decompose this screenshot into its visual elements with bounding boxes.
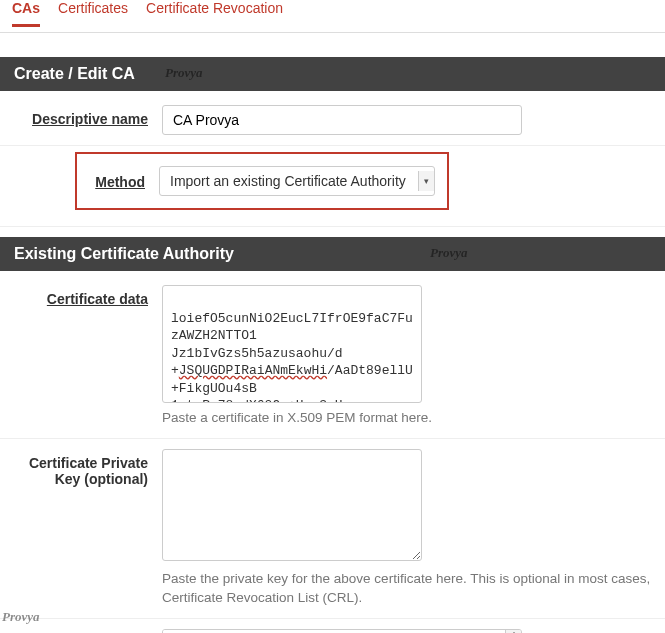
serial-input-wrap: ˄ ˅ — [162, 629, 522, 633]
private-key-textarea[interactable] — [162, 449, 422, 561]
watermark-icon: Provya — [430, 245, 468, 261]
method-label: Method — [77, 172, 159, 190]
descriptive-name-input[interactable] — [162, 105, 522, 135]
panel-create-edit-ca: Create / Edit CA Provya Descriptive name… — [0, 57, 665, 237]
certificate-data-label: Certificate data — [6, 285, 162, 307]
panel-existing-ca: Existing Certificate Authority Provya Ce… — [0, 237, 665, 633]
private-key-help: Paste the private key for the above cert… — [162, 570, 659, 608]
watermark-icon: Provya — [165, 65, 203, 81]
descriptive-name-label: Descriptive name — [6, 105, 162, 127]
panel-existing-header: Existing Certificate Authority Provya — [0, 237, 665, 271]
private-key-label: Certificate Private Key (optional) — [6, 449, 162, 487]
tab-certificates[interactable]: Certificates — [58, 0, 128, 26]
panel-create-title: Create / Edit CA — [14, 65, 135, 82]
serial-label: Serial for next certificate — [6, 629, 162, 633]
certificate-data-textarea[interactable]: loiefO5cunNiO2EucL7IfrOE9faC7FuzAWZH2NTT… — [162, 285, 422, 403]
panel-create-header: Create / Edit CA Provya — [0, 57, 665, 91]
method-select-value: Import an existing Certificate Authority — [160, 167, 418, 195]
tab-certificate-revocation[interactable]: Certificate Revocation — [146, 0, 283, 26]
watermark-icon: Provya — [2, 609, 40, 625]
chevron-down-icon[interactable]: ▾ — [418, 171, 434, 191]
panel-existing-title: Existing Certificate Authority — [14, 245, 234, 262]
tab-bar: CAs Certificates Certificate Revocation — [0, 0, 665, 33]
method-highlight-box: Method Import an existing Certificate Au… — [75, 152, 449, 210]
method-select[interactable]: Import an existing Certificate Authority… — [159, 166, 435, 196]
certificate-data-help: Paste a certificate in X.509 PEM format … — [162, 409, 659, 428]
tab-cas[interactable]: CAs — [12, 0, 40, 27]
